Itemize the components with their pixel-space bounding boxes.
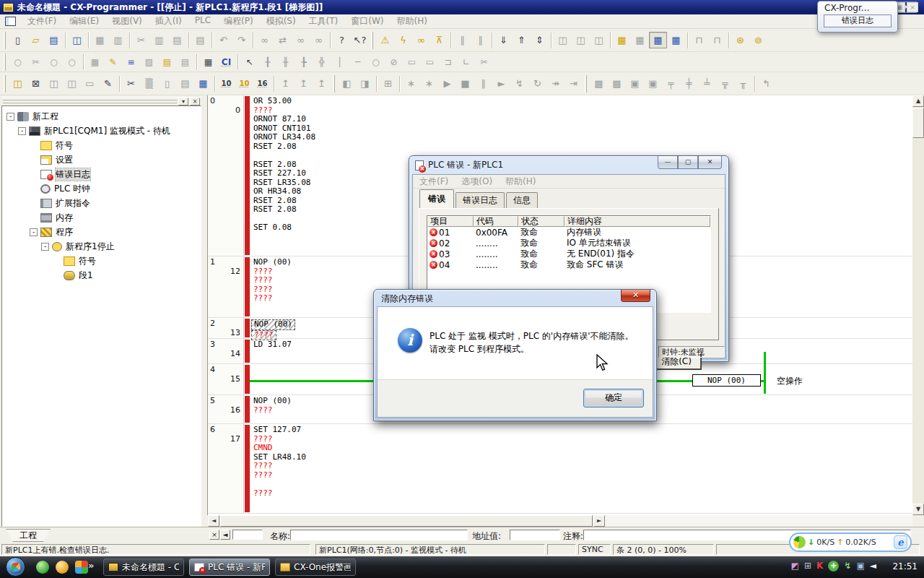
scroll-right-icon[interactable]: ► — [593, 515, 605, 527]
menu-item[interactable]: 窗口(W) — [344, 15, 390, 27]
toolbar-button[interactable]: ╪ — [680, 75, 698, 92]
mdi-child-icon[interactable] — [5, 17, 16, 26]
toolbar-button[interactable]: ∞ — [412, 32, 430, 48]
toolbar-button[interactable]: ▤ — [158, 54, 176, 69]
toolbar-button[interactable]: ↻ — [528, 75, 546, 92]
scroll-down-icon[interactable]: ▼ — [912, 504, 924, 515]
scrollbar-thumb[interactable] — [220, 515, 593, 527]
tray-graphics-icon[interactable]: ◩ — [791, 560, 799, 572]
toolbar-button[interactable]: ⊼ — [430, 32, 448, 48]
toolbar-button[interactable]: ⊓ — [708, 32, 726, 48]
fields-back-button[interactable]: ◄ — [220, 530, 230, 540]
toolbar-button[interactable]: ▦ — [649, 32, 667, 48]
toolbar-button[interactable]: ◫ — [572, 32, 590, 48]
toolbar-button[interactable]: ─ — [349, 54, 367, 69]
toolbar-button[interactable]: ✂ — [27, 54, 45, 69]
toolbar-button[interactable]: ∥ — [474, 75, 492, 92]
toolbar-button[interactable]: ▩ — [590, 75, 608, 92]
tooltip-item[interactable]: 错误日志 — [824, 14, 892, 27]
toolbar-button[interactable]: ╂ — [258, 54, 276, 69]
toolbar-button[interactable]: ⇑ — [513, 32, 531, 48]
toolbar-button[interactable]: ▤ — [191, 32, 209, 48]
tray-volume-icon[interactable]: ◄ — [870, 560, 876, 572]
toolbar-button[interactable]: ◫ — [45, 75, 63, 92]
msgbox-close-button[interactable]: ✕ — [621, 290, 650, 302]
tab-信息[interactable]: 信息 — [506, 192, 538, 208]
toolbar-button[interactable]: ▣ — [644, 75, 662, 92]
dialog-menu-item[interactable]: 帮助(H) — [499, 176, 542, 188]
toolbar-button[interactable]: ⊘ — [385, 54, 403, 69]
tray-ime-icon[interactable]: ⊞ — [804, 560, 811, 572]
toolbar-button[interactable]: ↖? — [351, 32, 369, 48]
instruction-box[interactable]: NOP (00) — [692, 374, 761, 387]
toolbar-button[interactable]: ↯ — [510, 75, 528, 92]
scroll-up-icon[interactable]: ▲ — [912, 95, 924, 107]
toolbar-button[interactable]: 16 — [253, 75, 271, 92]
dialog-close-button[interactable]: ✕ — [698, 156, 722, 169]
start-button[interactable] — [6, 557, 25, 577]
toolbar-button[interactable]: ▧ — [140, 54, 158, 69]
error-row[interactable]: ×010x00FA致命内存错误 — [427, 227, 710, 238]
toolbar-button[interactable]: ▦ — [667, 32, 685, 48]
toolbar-button[interactable]: ↖ — [240, 54, 258, 69]
toolbar-button[interactable]: ◫ — [590, 32, 608, 48]
toolbar-button[interactable]: ⇥ — [565, 75, 583, 92]
toolbar-button[interactable]: ╥ — [734, 75, 752, 92]
toolbar-button[interactable]: ▶ — [438, 75, 456, 92]
toolbar-button[interactable]: ▒ — [140, 75, 158, 92]
column-header[interactable]: 项目 — [427, 216, 474, 227]
taskbar-button[interactable]: PLC 错误 - 新PLC1 — [189, 558, 270, 576]
toolbar-button[interactable]: ∞ — [292, 32, 310, 48]
taskbar-button[interactable]: CX-One报警画面 — [275, 558, 356, 576]
toolbar-button[interactable]: ▦ — [613, 32, 631, 48]
tree-item-memory[interactable]: 内存 — [2, 210, 201, 225]
toolbar-button[interactable]: ▤ — [176, 54, 194, 69]
toolbar-grip[interactable] — [4, 53, 6, 71]
toolbar-button[interactable]: ↰ — [757, 75, 775, 92]
ok-button[interactable]: 确定 — [583, 389, 644, 407]
column-header[interactable]: 代码 — [474, 216, 518, 227]
address-input[interactable] — [510, 530, 560, 540]
toolbar-button[interactable]: ▦ — [91, 32, 109, 48]
toolbar-button[interactable]: ⇄ — [274, 32, 292, 48]
toolbar-button[interactable]: ∞ — [256, 32, 274, 48]
tab-project[interactable]: 工程 — [6, 529, 51, 542]
toolbar-button[interactable]: ⊓ — [690, 32, 708, 48]
toolbar-button[interactable]: ► — [492, 75, 510, 92]
dialog-minimize-button[interactable]: — — [658, 156, 678, 169]
toolbar-button[interactable]: ▦ — [194, 75, 212, 92]
toolbar-button[interactable]: ▥ — [150, 32, 168, 48]
toolbar-grip[interactable] — [4, 32, 6, 49]
tree-item-error-log[interactable]: 错误日志 — [2, 167, 201, 181]
dialog-menu-item[interactable]: 文件(F) — [413, 176, 455, 188]
tab-错误[interactable]: 错误 — [419, 189, 454, 208]
quick-launch-360-icon[interactable] — [56, 561, 69, 574]
toolbar-button[interactable]: ▤ — [168, 32, 186, 48]
toolbar-button[interactable]: ⇓ — [494, 32, 513, 48]
expand-box-icon[interactable]: - — [41, 243, 49, 251]
panel-grip[interactable] — [3, 99, 177, 104]
toolbar-button[interactable]: ⊐ — [439, 54, 457, 69]
error-row[interactable]: ×03........致命无 END(01) 指令 — [427, 249, 710, 259]
expand-box-icon[interactable]: - — [30, 228, 38, 236]
toolbar-button[interactable]: ◫ — [9, 75, 27, 92]
toolbar-button[interactable]: ╬ — [313, 54, 331, 69]
toolbar-button[interactable]: ◫ — [63, 75, 81, 92]
menu-item[interactable]: PLC — [188, 15, 217, 27]
toolbar-button[interactable]: ✎ — [99, 75, 117, 92]
tree-item-symbols[interactable]: 符号 — [2, 138, 201, 152]
tray-network-icon[interactable]: ▣ — [856, 560, 864, 572]
dialog-menu-item[interactable]: 选项(O) — [455, 176, 499, 188]
menu-item[interactable]: 文件(F) — [21, 15, 63, 27]
toolbar-button[interactable]: ▱ — [27, 32, 45, 48]
tree-item-new-project[interactable]: -新工程 — [2, 109, 201, 124]
quick-launch-chevron-icon[interactable]: » — [88, 560, 94, 571]
toolbar-button[interactable]: ⊚ — [749, 32, 767, 48]
toolbar-button[interactable]: ⚠ — [376, 32, 394, 48]
column-header[interactable]: 状态 — [518, 216, 565, 227]
toolbar-grip[interactable] — [4, 75, 6, 92]
toolbar-button[interactable]: ▣ — [626, 75, 644, 92]
menu-item[interactable]: 编辑(E) — [63, 15, 105, 27]
toolbar-button[interactable]: ↶ — [214, 32, 232, 48]
toolbar-button[interactable]: ◫ — [554, 32, 572, 48]
